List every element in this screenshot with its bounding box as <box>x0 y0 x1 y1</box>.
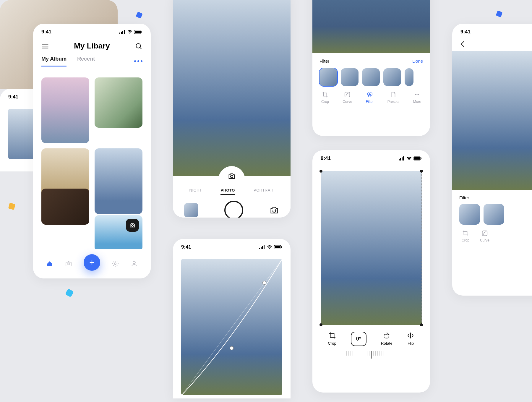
filter-option[interactable] <box>362 68 380 86</box>
wifi-icon <box>406 156 412 161</box>
svg-rect-36 <box>281 246 282 248</box>
crop-handle[interactable] <box>319 323 322 326</box>
shutter-button[interactable] <box>224 201 243 218</box>
svg-line-37 <box>181 259 282 395</box>
signal-icon <box>399 156 405 161</box>
svg-rect-30 <box>259 248 260 249</box>
svg-rect-32 <box>262 246 263 249</box>
svg-point-18 <box>415 94 416 95</box>
bottom-nav <box>33 249 151 278</box>
library-screen: 9:41 My Libary My Album Recent <box>33 24 151 278</box>
filter-option[interactable] <box>405 68 413 86</box>
edit-tools: Crop Curve Filter Presets More <box>319 91 423 104</box>
camera-button[interactable] <box>126 219 139 232</box>
mode-photo[interactable]: PHOTO <box>220 188 235 195</box>
camera-icon <box>228 172 236 180</box>
rotation-ruler[interactable] <box>312 346 430 363</box>
svg-point-38 <box>230 346 233 350</box>
decorative-shape <box>8 203 15 210</box>
svg-rect-0 <box>119 33 120 34</box>
status-bar: 9:41 <box>173 239 291 252</box>
search-icon[interactable] <box>135 42 142 50</box>
filter-preview <box>312 0 430 53</box>
tool-crop[interactable]: Crop <box>321 91 329 104</box>
tool-flip[interactable]: Flip <box>407 332 414 346</box>
tool-curve[interactable]: Curve <box>480 230 489 242</box>
photo-thumbnail[interactable] <box>41 77 89 143</box>
nav-home-icon[interactable] <box>46 260 53 268</box>
rotation-value[interactable]: 0° <box>351 332 366 346</box>
filter-option[interactable] <box>383 68 401 86</box>
svg-rect-9 <box>66 262 71 266</box>
photo-thumbnail[interactable] <box>95 77 142 128</box>
filter-option[interactable] <box>319 68 337 86</box>
filter-label: Filter <box>319 59 329 64</box>
status-icons <box>399 156 422 161</box>
crop-handle[interactable] <box>319 170 322 173</box>
tab-more-icon[interactable] <box>134 60 142 62</box>
svg-rect-27 <box>421 158 421 159</box>
crop-frame[interactable] <box>321 171 422 325</box>
nav-settings-icon[interactable] <box>111 260 119 268</box>
tool-more[interactable]: More <box>413 91 421 104</box>
crop-handle[interactable] <box>420 323 423 326</box>
photo-thumbnail[interactable] <box>41 189 89 225</box>
photo-grid <box>33 71 151 251</box>
filter-thumbnails <box>459 204 532 225</box>
photo-thumbnail[interactable] <box>95 148 142 214</box>
nav-profile-icon[interactable] <box>130 260 138 268</box>
edit-tools: Crop Curve <box>459 230 532 242</box>
tool-crop[interactable]: Crop <box>462 230 469 242</box>
status-icons <box>259 245 282 249</box>
svg-rect-35 <box>275 246 280 248</box>
battery-icon <box>413 156 422 161</box>
tool-filter[interactable]: Filter <box>366 91 374 104</box>
menu-icon[interactable] <box>41 42 49 50</box>
status-time: 9:41 <box>181 244 191 250</box>
svg-rect-26 <box>414 157 420 160</box>
mode-portrait[interactable]: PORTRAIT <box>254 188 274 195</box>
status-bar: 9:41 <box>312 150 430 164</box>
svg-point-19 <box>417 94 418 95</box>
done-button[interactable]: Done <box>412 59 423 64</box>
svg-rect-3 <box>124 30 125 34</box>
battery-icon <box>134 30 142 34</box>
svg-rect-29 <box>482 231 487 236</box>
filter-option[interactable] <box>459 204 480 225</box>
add-button[interactable] <box>84 254 100 271</box>
wifi-icon <box>267 245 272 249</box>
tab-recent[interactable]: Recent <box>77 56 95 67</box>
mode-night[interactable]: NIGHT <box>189 188 202 195</box>
tool-presets[interactable]: Presets <box>387 91 400 104</box>
camera-modes: NIGHT PHOTO PORTRAIT <box>173 188 291 198</box>
curve-screen: 9:41 <box>173 239 291 398</box>
tab-my-album[interactable]: My Album <box>41 56 66 67</box>
signal-icon <box>259 245 265 249</box>
curve-overlay[interactable] <box>181 259 282 395</box>
tool-rotate[interactable]: Rotate <box>381 332 392 346</box>
svg-point-13 <box>231 175 233 178</box>
nav-camera-icon[interactable] <box>65 260 72 268</box>
status-bar: 9:41 <box>452 24 532 37</box>
status-icons <box>119 30 142 34</box>
crop-handle[interactable] <box>420 170 423 173</box>
svg-rect-22 <box>400 158 401 161</box>
svg-point-10 <box>68 263 69 265</box>
library-tabs: My Album Recent <box>33 56 151 71</box>
tool-crop[interactable]: Crop <box>328 332 336 346</box>
filter-option[interactable] <box>341 68 359 86</box>
svg-rect-24 <box>403 156 404 161</box>
decorative-shape <box>65 288 74 297</box>
tool-curve[interactable]: Curve <box>343 91 352 104</box>
svg-rect-31 <box>261 247 262 249</box>
flip-camera-icon[interactable] <box>269 205 279 215</box>
svg-rect-2 <box>122 31 123 34</box>
page-title: My Libary <box>74 41 110 51</box>
status-time: 9:41 <box>321 155 331 161</box>
last-photo-thumbnail[interactable] <box>184 203 198 217</box>
back-button[interactable] <box>452 37 532 51</box>
edit-screen-partial: 9:41 Filter Crop Curve <box>452 24 532 296</box>
filter-option[interactable] <box>484 204 504 225</box>
svg-point-8 <box>132 225 133 226</box>
photo-thumbnail[interactable] <box>95 215 142 251</box>
